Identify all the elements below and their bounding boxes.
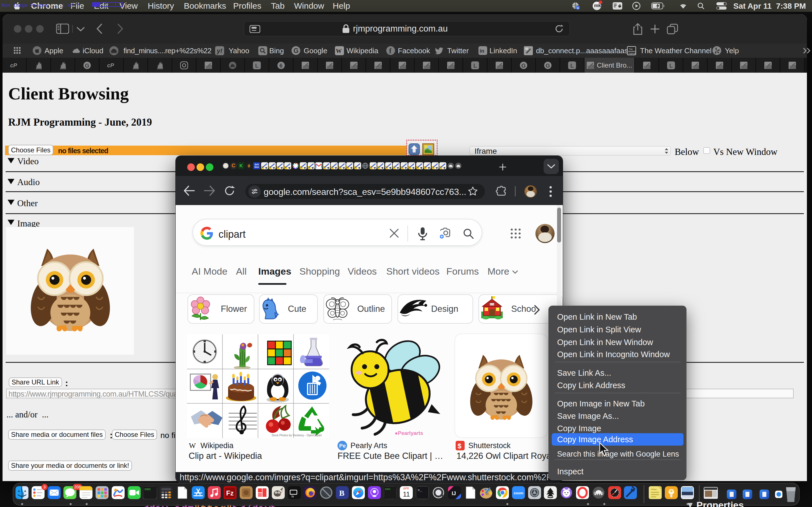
svg-text:Weather: Weather bbox=[628, 50, 636, 52]
svg-text:G: G bbox=[294, 47, 299, 54]
svg-text:B: B bbox=[339, 489, 345, 497]
svg-text:G: G bbox=[546, 62, 550, 69]
svg-text:APR: APR bbox=[403, 487, 409, 490]
svg-text:EXEC: EXEC bbox=[145, 488, 151, 491]
svg-text:>_: >_ bbox=[417, 488, 422, 492]
svg-text:●Pearlyarts: ●Pearlyarts bbox=[395, 430, 423, 436]
svg-text:y!: y! bbox=[216, 47, 222, 54]
svg-text:G: G bbox=[85, 62, 89, 69]
svg-text:W: W bbox=[336, 48, 342, 54]
svg-text:IJ: IJ bbox=[452, 491, 456, 496]
svg-text:W: W bbox=[189, 442, 196, 450]
svg-text:Stock Photos by Vecteezy - Ope: Stock Photos by Vecteezy - OpenClipart bbox=[271, 434, 322, 437]
svg-text:Fz: Fz bbox=[226, 489, 234, 497]
svg-text:L: L bbox=[570, 62, 574, 69]
svg-text:EXEC: EXEC bbox=[385, 488, 391, 490]
svg-text:cP: cP bbox=[107, 62, 114, 68]
svg-text:zoom: zoom bbox=[514, 491, 523, 495]
svg-text:6: 6 bbox=[280, 62, 283, 69]
svg-text:G: G bbox=[521, 62, 526, 69]
svg-text:in: in bbox=[479, 48, 485, 54]
svg-text:L: L bbox=[473, 62, 477, 69]
svg-text:tv: tv bbox=[292, 495, 294, 498]
svg-text:f: f bbox=[389, 47, 392, 55]
svg-text:Channel: Channel bbox=[628, 53, 636, 55]
svg-text:L: L bbox=[255, 62, 259, 69]
svg-text:L: L bbox=[669, 62, 673, 69]
svg-text:SCHOOL: SCHOOL bbox=[490, 304, 499, 305]
svg-text:11: 11 bbox=[403, 490, 410, 498]
svg-text:The: The bbox=[629, 48, 633, 50]
svg-text:cP: cP bbox=[10, 62, 17, 68]
